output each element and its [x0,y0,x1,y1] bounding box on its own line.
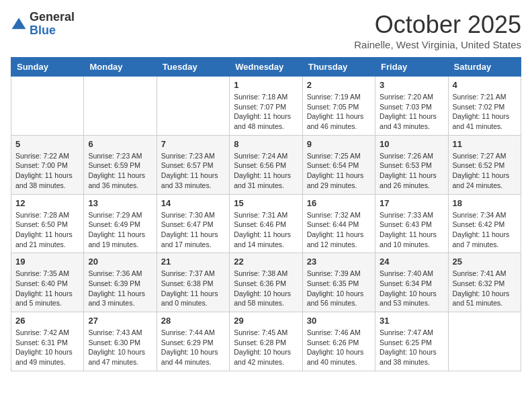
day-number: 29 [234,316,298,326]
calendar-week-3: 12Sunrise: 7:28 AMSunset: 6:50 PMDayligh… [11,194,521,253]
logo: General Blue [11,11,75,38]
day-info: Sunrise: 7:43 AMSunset: 6:30 PMDaylight:… [88,328,152,367]
day-info: Sunrise: 7:32 AMSunset: 6:44 PMDaylight:… [307,210,371,250]
header-day-friday: Friday [375,58,448,77]
day-number: 13 [88,198,152,208]
day-number: 26 [15,316,79,326]
calendar-day-17: 17Sunrise: 7:33 AMSunset: 6:43 PMDayligh… [375,194,448,253]
day-number: 17 [380,198,443,208]
day-number: 19 [15,257,79,267]
day-number: 2 [307,80,371,90]
calendar-body: 1Sunrise: 7:18 AMSunset: 7:07 PMDaylight… [11,77,521,371]
day-number: 23 [307,257,371,267]
calendar-day-7: 7Sunrise: 7:23 AMSunset: 6:57 PMDaylight… [157,135,229,194]
day-info: Sunrise: 7:41 AMSunset: 6:32 PMDaylight:… [453,269,517,308]
calendar-day-9: 9Sunrise: 7:25 AMSunset: 6:54 PMDaylight… [302,135,375,194]
logo-general: General [30,11,75,24]
location: Rainelle, West Virginia, United States [354,39,521,50]
calendar-day-20: 20Sunrise: 7:36 AMSunset: 6:39 PMDayligh… [84,253,157,312]
calendar-day-22: 22Sunrise: 7:38 AMSunset: 6:36 PMDayligh… [230,253,302,312]
calendar-week-4: 19Sunrise: 7:35 AMSunset: 6:40 PMDayligh… [11,253,521,312]
calendar-week-2: 5Sunrise: 7:22 AMSunset: 7:00 PMDaylight… [11,135,521,194]
day-info: Sunrise: 7:39 AMSunset: 6:35 PMDaylight:… [307,269,371,308]
day-number: 24 [380,257,443,267]
calendar-day-23: 23Sunrise: 7:39 AMSunset: 6:35 PMDayligh… [302,253,375,312]
calendar-day-15: 15Sunrise: 7:31 AMSunset: 6:46 PMDayligh… [230,194,302,253]
day-info: Sunrise: 7:46 AMSunset: 6:26 PMDaylight:… [307,328,371,367]
calendar-day-21: 21Sunrise: 7:37 AMSunset: 6:38 PMDayligh… [157,253,229,312]
calendar-day-13: 13Sunrise: 7:29 AMSunset: 6:49 PMDayligh… [84,194,157,253]
day-info: Sunrise: 7:29 AMSunset: 6:49 PMDaylight:… [88,210,152,250]
calendar-day-24: 24Sunrise: 7:40 AMSunset: 6:34 PMDayligh… [375,253,448,312]
day-number: 16 [307,198,371,208]
day-number: 9 [307,139,371,149]
header-day-thursday: Thursday [302,58,375,77]
calendar-day-16: 16Sunrise: 7:32 AMSunset: 6:44 PMDayligh… [302,194,375,253]
day-number: 1 [234,80,298,90]
day-info: Sunrise: 7:24 AMSunset: 6:56 PMDaylight:… [234,151,298,191]
month-title: October 2025 [354,11,521,39]
logo-icon [11,16,27,32]
empty-cell [448,312,521,371]
day-number: 8 [234,139,298,149]
calendar-day-18: 18Sunrise: 7:34 AMSunset: 6:42 PMDayligh… [448,194,521,253]
day-info: Sunrise: 7:18 AMSunset: 7:07 PMDaylight:… [234,92,298,132]
calendar-day-6: 6Sunrise: 7:23 AMSunset: 6:59 PMDaylight… [84,135,157,194]
day-number: 22 [234,257,298,267]
calendar-week-5: 26Sunrise: 7:42 AMSunset: 6:31 PMDayligh… [11,312,521,371]
empty-cell [11,77,84,136]
calendar-table: SundayMondayTuesdayWednesdayThursdayFrid… [11,57,521,371]
header-row: SundayMondayTuesdayWednesdayThursdayFrid… [11,58,521,77]
calendar-day-4: 4Sunrise: 7:21 AMSunset: 7:02 PMDaylight… [448,77,521,136]
calendar-day-27: 27Sunrise: 7:43 AMSunset: 6:30 PMDayligh… [84,312,157,371]
day-info: Sunrise: 7:25 AMSunset: 6:54 PMDaylight:… [307,151,371,191]
page-header: General Blue October 2025 Rainelle, West… [11,11,521,50]
calendar-day-10: 10Sunrise: 7:26 AMSunset: 6:53 PMDayligh… [375,135,448,194]
day-info: Sunrise: 7:35 AMSunset: 6:40 PMDaylight:… [15,269,79,308]
day-info: Sunrise: 7:33 AMSunset: 6:43 PMDaylight:… [380,210,443,250]
day-info: Sunrise: 7:22 AMSunset: 7:00 PMDaylight:… [15,151,79,191]
empty-cell [84,77,157,136]
day-info: Sunrise: 7:40 AMSunset: 6:34 PMDaylight:… [380,269,443,308]
day-info: Sunrise: 7:27 AMSunset: 6:52 PMDaylight:… [453,151,517,191]
day-info: Sunrise: 7:30 AMSunset: 6:47 PMDaylight:… [161,210,225,250]
day-info: Sunrise: 7:23 AMSunset: 6:59 PMDaylight:… [88,151,152,191]
day-number: 27 [88,316,152,326]
calendar-day-2: 2Sunrise: 7:19 AMSunset: 7:05 PMDaylight… [302,77,375,136]
title-block: October 2025 Rainelle, West Virginia, Un… [354,11,521,50]
day-number: 18 [453,198,517,208]
calendar-day-31: 31Sunrise: 7:47 AMSunset: 6:25 PMDayligh… [375,312,448,371]
logo-text: General Blue [30,11,75,38]
day-info: Sunrise: 7:47 AMSunset: 6:25 PMDaylight:… [380,328,443,367]
calendar-day-29: 29Sunrise: 7:45 AMSunset: 6:28 PMDayligh… [230,312,302,371]
day-number: 20 [88,257,152,267]
day-info: Sunrise: 7:20 AMSunset: 7:03 PMDaylight:… [380,92,443,132]
day-number: 30 [307,316,371,326]
header-day-monday: Monday [84,58,157,77]
day-number: 5 [15,139,79,149]
day-info: Sunrise: 7:37 AMSunset: 6:38 PMDaylight:… [161,269,225,308]
calendar-day-28: 28Sunrise: 7:44 AMSunset: 6:29 PMDayligh… [157,312,229,371]
calendar-day-19: 19Sunrise: 7:35 AMSunset: 6:40 PMDayligh… [11,253,84,312]
day-number: 12 [15,198,79,208]
day-number: 28 [161,316,225,326]
day-number: 11 [453,139,517,149]
day-info: Sunrise: 7:34 AMSunset: 6:42 PMDaylight:… [453,210,517,250]
day-info: Sunrise: 7:45 AMSunset: 6:28 PMDaylight:… [234,328,298,367]
calendar-day-26: 26Sunrise: 7:42 AMSunset: 6:31 PMDayligh… [11,312,84,371]
day-number: 10 [380,139,443,149]
calendar-day-25: 25Sunrise: 7:41 AMSunset: 6:32 PMDayligh… [448,253,521,312]
calendar-day-30: 30Sunrise: 7:46 AMSunset: 6:26 PMDayligh… [302,312,375,371]
day-info: Sunrise: 7:44 AMSunset: 6:29 PMDaylight:… [161,328,225,367]
day-info: Sunrise: 7:26 AMSunset: 6:53 PMDaylight:… [380,151,443,191]
day-number: 14 [161,198,225,208]
day-info: Sunrise: 7:19 AMSunset: 7:05 PMDaylight:… [307,92,371,132]
calendar-day-14: 14Sunrise: 7:30 AMSunset: 6:47 PMDayligh… [157,194,229,253]
day-number: 15 [234,198,298,208]
header-day-saturday: Saturday [448,58,521,77]
calendar-day-1: 1Sunrise: 7:18 AMSunset: 7:07 PMDaylight… [230,77,302,136]
header-day-sunday: Sunday [11,58,84,77]
calendar-day-5: 5Sunrise: 7:22 AMSunset: 7:00 PMDaylight… [11,135,84,194]
day-number: 21 [161,257,225,267]
header-day-tuesday: Tuesday [157,58,229,77]
